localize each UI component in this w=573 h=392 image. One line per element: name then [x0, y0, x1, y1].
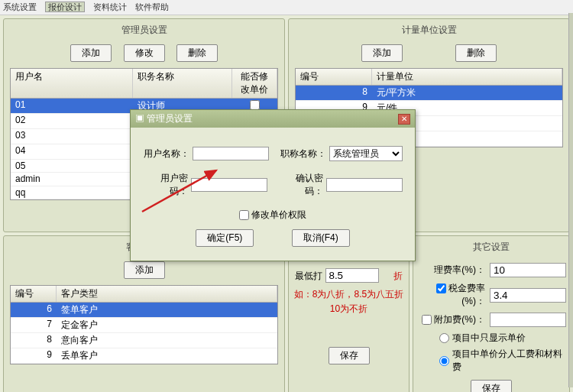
- unit-col-id: 编号: [296, 69, 372, 85]
- radio-unitprice-split[interactable]: [439, 356, 449, 366]
- unit-col-unit: 计量单位: [372, 69, 562, 85]
- tax-checkbox[interactable]: [436, 283, 446, 293]
- other-save-button[interactable]: 保存: [471, 380, 512, 392]
- menu-pricing[interactable]: 报价设计: [45, 2, 85, 12]
- menu-system[interactable]: 系统设置: [3, 2, 37, 11]
- menu-help[interactable]: 软件帮助: [135, 2, 169, 11]
- close-icon[interactable]: ✕: [398, 114, 410, 125]
- cust-col-id: 编号: [11, 286, 57, 302]
- dialog-title: 管理员设置: [147, 113, 193, 124]
- discount-zhe: 折: [393, 271, 403, 281]
- discount-save-button[interactable]: 保存: [329, 347, 370, 364]
- unit-add-button[interactable]: 添加: [361, 44, 403, 62]
- table-row[interactable]: 8元/平方米: [296, 86, 562, 101]
- admin-col-user: 用户名: [11, 69, 133, 98]
- admin-add-button[interactable]: 添加: [70, 44, 112, 62]
- table-row[interactable]: 9丢单客户: [11, 348, 277, 364]
- dlg-unitprice-checkbox[interactable]: [239, 210, 249, 220]
- radio-unitprice-only[interactable]: [439, 333, 449, 343]
- mgmt-rate-label: 理费率(%)：: [416, 264, 485, 277]
- panel-admin-title: 管理员设置: [7, 22, 281, 41]
- dlg-ok-button[interactable]: 确定(F5): [196, 229, 254, 247]
- dlg-user-input[interactable]: [193, 147, 269, 160]
- dlg-chk-label: 修改单价权限: [251, 209, 306, 220]
- cust-add-button[interactable]: 添加: [124, 261, 165, 279]
- dlg-pwd2-input[interactable]: [326, 178, 403, 192]
- panel-other-title: 其它设置: [416, 239, 566, 258]
- dlg-pwd-label: 用户密码：: [143, 172, 188, 198]
- dlg-cancel-button[interactable]: 取消(F4): [292, 229, 350, 247]
- admin-col-flag: 能否修改单价: [232, 69, 277, 98]
- extra-checkbox[interactable]: [422, 315, 432, 325]
- dialog-admin: ▣ 管理员设置 ✕ 用户名称： 职称名称： 系统管理员 用户密码： 确认密码： …: [130, 109, 416, 261]
- mgmt-rate-input[interactable]: [490, 263, 566, 277]
- extra-fee-input[interactable]: [490, 313, 566, 327]
- dlg-pwd-input[interactable]: [191, 178, 267, 192]
- admin-delete-button[interactable]: 删除: [176, 44, 218, 62]
- scrollbar[interactable]: [568, 13, 573, 387]
- dlg-job-select[interactable]: 系统管理员: [329, 146, 403, 161]
- discount-hint: 如：8为八折，8.5为八五折 10为不折: [292, 287, 406, 316]
- dlg-user-label: 用户名称：: [143, 147, 189, 160]
- discount-min-input[interactable]: [325, 268, 379, 283]
- dlg-job-label: 职称名称：: [280, 147, 326, 160]
- admin-col-job: 职务名称: [133, 69, 232, 98]
- menubar: 系统设置 报价设计 资料统计 软件帮助: [0, 0, 573, 15]
- panel-other: 其它设置 理费率(%)： 税金费率(%)： 附加费(%)： 项目中只显示单价 项…: [413, 235, 570, 392]
- unit-delete-button[interactable]: 删除: [455, 44, 497, 62]
- discount-min-label: 最低打: [295, 271, 322, 281]
- cust-table: 编号 客户类型 6签单客户7定金客户8意向客户9丢单客户: [10, 285, 278, 364]
- dlg-pwd2-label: 确认密码：: [278, 172, 323, 198]
- panel-unit-title: 计量单位设置: [292, 22, 566, 41]
- menu-stat[interactable]: 资料统计: [93, 2, 127, 11]
- table-row[interactable]: 8意向客户: [11, 333, 277, 348]
- table-row[interactable]: 6签单客户: [11, 303, 277, 318]
- tax-rate-input[interactable]: [490, 288, 566, 303]
- admin-edit-button[interactable]: 修改: [124, 44, 165, 62]
- cust-col-type: 客户类型: [57, 286, 277, 302]
- table-row[interactable]: 7定金客户: [11, 318, 277, 333]
